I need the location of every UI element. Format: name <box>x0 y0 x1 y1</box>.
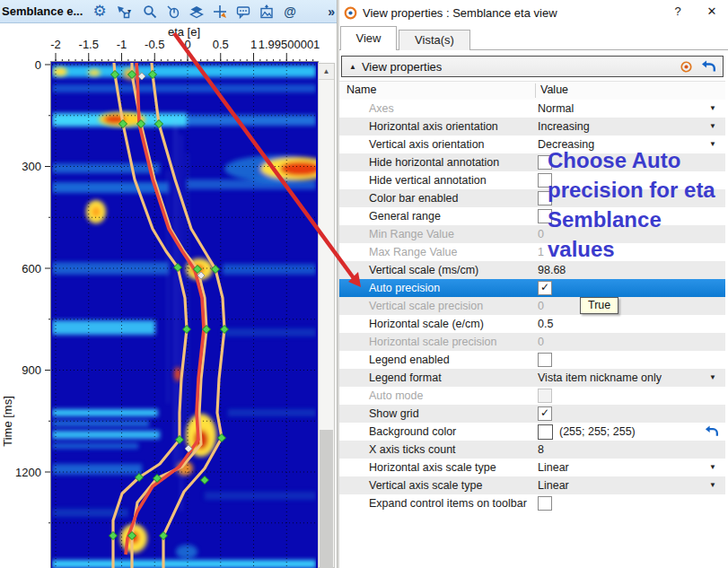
property-name: Vertical scale (ms/cm) <box>369 261 478 279</box>
x-tick-label: -2 <box>50 38 61 51</box>
property-name: Background color <box>369 423 456 441</box>
y-tick-label: 1200 <box>11 466 41 479</box>
property-row[interactable]: Expand control items on toolbar <box>339 494 725 512</box>
x-axis-title: eta [e] <box>52 25 316 39</box>
move-crosshair-icon[interactable] <box>208 2 232 22</box>
checkbox-checked[interactable]: ✓ <box>538 281 552 295</box>
property-row[interactable]: ▼AxesNormal <box>339 100 725 118</box>
scrollbar-up-button[interactable]: ▲ <box>319 64 334 80</box>
scrollbar-thumb[interactable] <box>320 430 333 568</box>
checkbox-unchecked[interactable] <box>538 353 552 367</box>
property-name: Vertical scale precision <box>369 297 483 315</box>
column-separator <box>535 83 536 98</box>
export-image-icon[interactable] <box>255 2 278 22</box>
checkbox-unchecked[interactable] <box>538 496 552 511</box>
value-text: Increasing <box>538 118 590 135</box>
property-row[interactable]: Legend enabled <box>339 351 725 369</box>
property-row[interactable]: Show grid✓ <box>339 405 725 423</box>
property-row[interactable]: X axis ticks count8 <box>339 441 725 459</box>
property-row[interactable]: Vertical scale precision0 <box>339 297 725 315</box>
dropdown-caret-icon[interactable]: ▼ <box>709 459 716 476</box>
property-name: Auto precision <box>369 279 440 297</box>
view-properties-group-header[interactable]: ▲ View properties <box>341 56 724 77</box>
property-value: ✓ <box>538 279 552 297</box>
property-row[interactable]: Horizontal scale (e/cm)0.5 <box>339 315 725 333</box>
property-name: General range <box>369 207 441 225</box>
app-icon <box>344 6 357 20</box>
window-title: View properties : Semblance eta view <box>363 6 557 20</box>
property-value: Linear <box>538 459 569 476</box>
target-icon[interactable] <box>680 60 693 74</box>
view-properties-panel: View properties : Semblance eta view ? ✕… <box>339 0 728 568</box>
property-name: Horizontal scale (e/cm) <box>369 315 484 333</box>
value-text: 0 <box>538 297 544 315</box>
layers-icon[interactable] <box>185 2 208 22</box>
color-rgb-text: (255; 255; 255) <box>559 423 636 441</box>
plot-pane-title: Semblance e... <box>0 4 88 18</box>
value-tooltip: True <box>580 297 618 314</box>
property-row[interactable]: Background color(255; 255; 255) <box>339 423 725 441</box>
comment-bubble-icon[interactable] <box>232 2 255 22</box>
property-name: Horizontal axis orientation <box>369 118 498 135</box>
property-name: Vertical axis orientation <box>369 135 485 153</box>
property-name: Max Range Value <box>369 243 457 261</box>
plot-scrollbar[interactable]: ▲ <box>318 63 335 568</box>
column-header-value: Value <box>540 82 568 99</box>
tab-vistas[interactable]: Vista(s) <box>399 30 470 50</box>
blue-annotation-text: Choose Auto precision for eta Semblance … <box>548 145 715 264</box>
value-text: Linear <box>538 476 569 494</box>
tabbar-baseline <box>339 49 728 50</box>
mouse-tool-icon[interactable] <box>162 2 185 22</box>
property-value: 0 <box>538 225 544 243</box>
dropdown-caret-icon[interactable]: ▼ <box>709 369 716 387</box>
dropdown-caret-icon[interactable]: ▼ <box>709 476 716 494</box>
table-header: Name Value <box>339 81 725 100</box>
x-tick-label: 0 <box>184 38 190 51</box>
property-name: Min Range Value <box>369 225 454 243</box>
property-value: ✓ <box>538 405 552 423</box>
y-tick-label: 600 <box>11 262 41 275</box>
toolbar-overflow-chevrons[interactable]: » <box>328 4 335 19</box>
property-row[interactable]: Horizontal scale precision0 <box>339 333 725 351</box>
value-text: 0 <box>538 333 544 351</box>
property-row[interactable]: ▼Horizontal axis orientationIncreasing <box>339 118 725 135</box>
value-text: 0.5 <box>538 315 553 333</box>
property-row[interactable]: ▼Horizontal axis scale typeLinear <box>339 459 725 476</box>
reset-undo-icon[interactable] <box>700 59 715 74</box>
property-name: Auto mode <box>369 387 423 405</box>
zoom-magnifier-icon[interactable] <box>138 2 162 22</box>
reset-undo-icon[interactable] <box>704 424 718 441</box>
property-name: Legend format <box>369 369 442 387</box>
property-row[interactable]: Auto mode <box>339 387 725 405</box>
property-name: Show grid <box>369 405 419 423</box>
dropdown-caret-icon[interactable]: ▼ <box>709 100 716 118</box>
help-button[interactable]: ? <box>670 4 686 21</box>
annotation-line: Choose Auto <box>548 145 715 175</box>
color-swatch[interactable] <box>538 424 553 440</box>
collapse-triangle-icon[interactable]: ▲ <box>349 63 356 71</box>
property-name: Horizontal scale precision <box>369 333 496 351</box>
property-row[interactable]: ▼Vertical axis scale typeLinear <box>339 476 725 494</box>
tab-view[interactable]: View <box>340 26 397 50</box>
property-row[interactable]: Auto precision✓ <box>339 279 725 297</box>
spiral-at-icon[interactable]: @ <box>278 2 302 22</box>
close-button[interactable]: ✕ <box>704 4 720 21</box>
screen: Semblance e... ⚙ ▾ <box>0 0 728 568</box>
x-tick-label: 1 <box>250 38 257 51</box>
property-row[interactable]: ▼Legend formatVista item nickname only <box>339 369 725 387</box>
property-value: 98.68 <box>538 261 566 279</box>
property-row[interactable]: Vertical scale (ms/cm)98.68 <box>339 261 725 279</box>
value-text: 8 <box>538 441 544 459</box>
select-region-dropdown-caret[interactable]: ▾ <box>127 7 138 15</box>
x-tick-label: 1.99500001 <box>259 38 320 51</box>
dropdown-caret-icon[interactable]: ▼ <box>709 118 716 135</box>
x-tick-label: -0.5 <box>145 38 164 51</box>
checkbox-unchecked[interactable] <box>538 389 552 403</box>
settings-gear-icon[interactable]: ⚙ <box>88 2 111 22</box>
property-name: Color bar enabled <box>369 189 458 207</box>
property-name: Vertical axis scale type <box>369 476 482 494</box>
property-value <box>538 351 552 369</box>
checkbox-checked[interactable]: ✓ <box>538 406 552 421</box>
semblance-heatmap[interactable] <box>52 63 316 568</box>
property-value <box>538 387 552 405</box>
